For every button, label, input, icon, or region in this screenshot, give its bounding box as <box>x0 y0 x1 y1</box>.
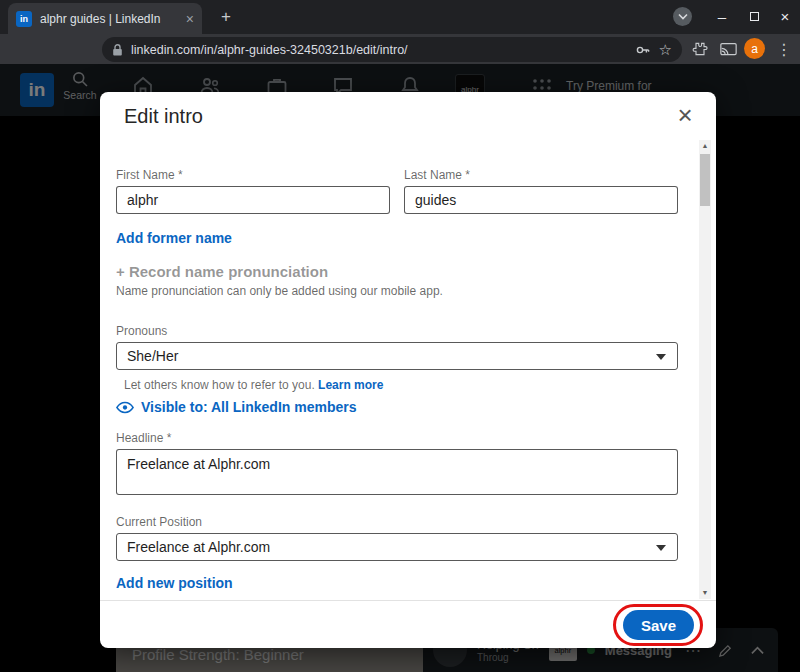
eye-icon <box>116 401 134 414</box>
address-bar[interactable]: linkedin.com/in/alphr-guides-32450321b/e… <box>102 37 682 62</box>
modal-scrollbar[interactable]: ▲ ▼ <box>699 140 711 599</box>
current-position-select[interactable]: Freelance at Alphr.com <box>116 533 678 561</box>
pronouns-value: She/Her <box>127 348 178 364</box>
window-maximize-button[interactable] <box>738 0 770 32</box>
extensions-puzzle-icon[interactable] <box>688 37 712 61</box>
linkedin-favicon: in <box>16 11 32 27</box>
page-viewport: in Search alphr Try <box>0 64 800 672</box>
chevron-down-icon <box>656 354 666 360</box>
window-minimize-button[interactable]: – <box>706 0 738 32</box>
modal-footer: Save <box>100 600 716 648</box>
visibility-text: Visible to: All LinkedIn members <box>141 399 357 415</box>
password-key-icon[interactable] <box>635 42 651 58</box>
pronouns-select[interactable]: She/Her <box>116 342 678 370</box>
scrollbar-thumb[interactable] <box>700 154 710 206</box>
browser-titlebar: in alphr guides | LinkedIn × + – × <box>0 0 800 34</box>
modal-body: First Name * Last Name * Add former name… <box>116 140 678 600</box>
add-former-name-link[interactable]: Add former name <box>116 230 232 246</box>
browser-menu-icon[interactable]: ⋮ <box>772 37 796 61</box>
save-button[interactable]: Save <box>623 610 694 640</box>
modal-close-icon[interactable]: × <box>670 100 700 130</box>
browser-window: in alphr guides | LinkedIn × + – × ← → ↻… <box>0 0 800 672</box>
window-close-button[interactable]: × <box>770 0 800 32</box>
tab-close-icon[interactable]: × <box>186 12 194 26</box>
first-name-field[interactable] <box>116 186 390 214</box>
cast-icon[interactable] <box>716 37 740 61</box>
pronunciation-note: Name pronunciation can only be added usi… <box>116 284 678 298</box>
modal-title: Edit intro <box>124 105 203 128</box>
edit-intro-modal: Edit intro × First Name * Last Name * Ad… <box>100 92 716 648</box>
visibility-setting[interactable]: Visible to: All LinkedIn members <box>116 399 678 415</box>
headline-label: Headline * <box>116 431 678 445</box>
bookmark-star-icon[interactable]: ☆ <box>659 41 672 59</box>
lock-icon <box>112 43 123 57</box>
current-position-value: Freelance at Alphr.com <box>127 539 270 555</box>
browser-tab[interactable]: in alphr guides | LinkedIn × <box>8 3 202 34</box>
scroll-up-icon[interactable]: ▲ <box>699 140 711 152</box>
tab-title: alphr guides | LinkedIn <box>40 12 178 26</box>
learn-more-link[interactable]: Learn more <box>318 378 383 392</box>
chevron-down-icon <box>656 545 666 551</box>
pronouns-help: Let others know how to refer to you. Lea… <box>116 378 678 392</box>
url-text[interactable]: linkedin.com/in/alphr-guides-32450321b/e… <box>131 43 627 57</box>
record-pronunciation-button[interactable]: + Record name pronunciation <box>116 263 678 280</box>
current-position-label: Current Position <box>116 515 678 529</box>
add-new-position-link[interactable]: Add new position <box>116 575 233 591</box>
headline-field[interactable]: Freelance at Alphr.com <box>116 449 678 495</box>
circle-arrow-icon[interactable] <box>673 7 692 26</box>
scroll-down-icon[interactable]: ▼ <box>699 587 711 599</box>
first-name-label: First Name * <box>116 168 390 182</box>
pronouns-help-text: Let others know how to refer to you. <box>124 378 318 392</box>
name-fields-row: First Name * Last Name * <box>116 168 678 214</box>
pronouns-label: Pronouns <box>116 324 678 338</box>
last-name-label: Last Name * <box>404 168 678 182</box>
browser-profile-avatar[interactable]: a <box>744 38 765 59</box>
maximize-icon <box>750 12 759 21</box>
last-name-field[interactable] <box>404 186 678 214</box>
new-tab-button[interactable]: + <box>214 7 238 29</box>
